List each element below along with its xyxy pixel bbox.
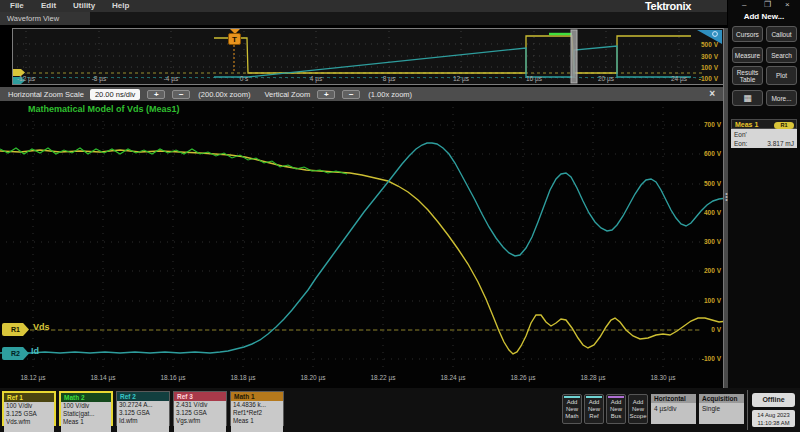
mv-xlabel: 18.26 µs	[501, 374, 545, 381]
badge-line: Meas 1	[233, 417, 283, 425]
badge-line: Static|gat...	[63, 410, 111, 418]
restore-icon[interactable]: ❐	[764, 0, 771, 9]
add-new-ref-button[interactable]: Add New Ref	[584, 394, 604, 424]
h-zoom-plus-button[interactable]: +	[147, 90, 165, 99]
time-text: 11:10:38 AM	[752, 419, 795, 427]
ov-ylabel: -100 V	[688, 75, 718, 82]
horizontal-scale-value: 4 µs/div	[651, 403, 696, 412]
badge-ref1[interactable]: Ref 1 100 V/div 3.125 GSA Vds.wfm	[2, 391, 56, 426]
badge-line: 3.125 GSA	[6, 410, 54, 418]
mv-xlabel: 18.30 µs	[641, 374, 685, 381]
menu-file[interactable]: File	[10, 1, 24, 10]
mv-ylabel: 100 V	[691, 297, 721, 304]
date-text: 14 Aug 2023	[752, 411, 795, 419]
h-zoom-scale-input[interactable]: 20.00 ns/div	[90, 89, 140, 100]
offline-button[interactable]: Offline	[752, 393, 795, 407]
main-waveform-canvas	[0, 101, 727, 388]
zoom-grid-icon[interactable]: ▦	[732, 90, 763, 106]
badge-ref3[interactable]: Ref 3 2.431 V/div 3.125 GSA Vgs.wfm	[173, 391, 227, 426]
mv-ylabel: 200 V	[691, 267, 721, 274]
oscilloscope-app: File Edit Utility Help Tektronix Wavefor…	[0, 0, 800, 432]
datetime-display: 14 Aug 2023 11:10:38 AM	[752, 410, 795, 427]
badge-line: 30.2724 A...	[119, 401, 169, 409]
ov-ylabel: 100 V	[688, 64, 718, 71]
badge-line: 14.4836 k...	[233, 401, 283, 409]
cursors-button[interactable]: Cursors	[732, 26, 763, 42]
accent-strip	[564, 396, 580, 398]
menu-bar: File Edit Utility Help Tektronix	[0, 0, 727, 12]
meas1-badge-header[interactable]: Meas 1 R1	[731, 119, 797, 129]
trigger-flag-icon[interactable]: T	[228, 33, 241, 45]
h-zoom-scale-label: Horizontal Zoom Scale	[8, 90, 84, 99]
results-table-button[interactable]: Results Table	[732, 66, 763, 85]
main-waveform-view[interactable]: Mathematical Model of Vds (Meas1) 700 V …	[0, 101, 727, 388]
h-zoom-minus-button[interactable]: −	[172, 90, 190, 99]
zoom-window-handle[interactable]	[571, 30, 577, 83]
tab-bar: Waveform View	[0, 12, 727, 25]
horizontal-panel[interactable]: Horizontal 4 µs/div	[651, 394, 696, 424]
meas1-row2: 3.817 mJ Eon:	[734, 139, 794, 148]
plot-button[interactable]: Plot	[766, 66, 797, 85]
more-button[interactable]: More...	[766, 90, 797, 106]
ov-tick: -4 µs	[151, 75, 191, 82]
add-new-scope-button[interactable]: Add New Scope	[628, 394, 648, 424]
meas1-value: 3.817 mJ	[767, 139, 794, 148]
tektronix-logo: Tektronix	[645, 0, 725, 12]
right-sidebar: – ❐ × Add New... Cursors Callout Measure…	[728, 0, 800, 388]
tab-waveform-view[interactable]: Waveform View	[0, 12, 90, 25]
bottom-bar: Ref 1 100 V/div 3.125 GSA Vds.wfm Math 2…	[0, 388, 800, 432]
menu-utility[interactable]: Utility	[73, 1, 95, 10]
mv-xlabel: 18.16 µs	[151, 374, 195, 381]
ov-ylabel: 500 V	[688, 41, 718, 48]
ov-tick: -12 µs	[6, 75, 46, 82]
meas1-results: Eon' 3.817 mJ Eon:	[731, 129, 797, 148]
mv-ylabel: 700 V	[691, 121, 721, 128]
v-zoom-minus-button[interactable]: −	[342, 90, 360, 99]
badge-math1[interactable]: Math 1 14.4836 k... Ref1*Ref2 Meas 1	[230, 391, 284, 426]
meas1-title: Meas 1	[735, 121, 758, 128]
mv-xlabel: 18.24 µs	[431, 374, 475, 381]
v-zoom-plus-button[interactable]: +	[317, 90, 335, 99]
mv-ylabel: 300 V	[691, 238, 721, 245]
ov-ylabel: 300 V	[688, 53, 718, 60]
meas1-row2-label: Eon:	[734, 140, 747, 147]
mv-ylabel: 0 V	[691, 326, 721, 333]
badge-line: Vds.wfm	[6, 418, 54, 426]
add-new-header: Add New...	[728, 12, 800, 21]
badge-line: 3.125 GSA	[119, 409, 169, 417]
mv-xlabel: 18.14 µs	[81, 374, 125, 381]
close-zoom-icon[interactable]: ×	[709, 88, 715, 99]
add-new-bus-button[interactable]: Add New Bus	[606, 394, 626, 424]
badge-math2[interactable]: Math 2 100 V/div Static|gat... Meas 1	[59, 391, 113, 426]
menu-edit[interactable]: Edit	[41, 1, 56, 10]
callout-button[interactable]: Callout	[766, 26, 797, 42]
badge-line: Meas 1	[63, 418, 111, 426]
zoom-controls-bar: Horizontal Zoom Scale 20.00 ns/div + − (…	[0, 87, 727, 101]
id-label: Id	[31, 346, 39, 356]
ov-tick: 4 µs	[296, 75, 336, 82]
search-button[interactable]: Search	[766, 47, 797, 63]
ov-tick: 20 µs	[586, 75, 626, 82]
measure-button[interactable]: Measure	[732, 47, 763, 63]
close-icon[interactable]: ×	[785, 0, 790, 9]
accent-strip	[586, 396, 602, 398]
mv-ylabel: 500 V	[691, 180, 721, 187]
ov-tick: -8 µs	[79, 75, 119, 82]
ov-tick: 16 µs	[514, 75, 554, 82]
v-zoom-label: Vertical Zoom	[264, 90, 310, 99]
mv-xlabel: 18.12 µs	[11, 374, 55, 381]
badge-line: Vgs.wfm	[176, 417, 226, 425]
meas1-source-pill[interactable]: R1	[774, 122, 794, 129]
badge-line: 3.125 GSA	[176, 409, 226, 417]
add-new-math-button[interactable]: Add New Math	[562, 394, 582, 424]
v-zoom-factor: (1.00x zoom)	[368, 90, 412, 99]
minimize-icon[interactable]: –	[742, 0, 746, 9]
acquisition-panel[interactable]: Acquisition Single	[699, 394, 744, 424]
math-model-title: Mathematical Model of Vds (Meas1)	[28, 104, 180, 114]
overview-panel[interactable]: T -12 µs -8 µs -4 µs 0 s 4 µs 8 µs 12 µs…	[12, 28, 724, 85]
ov-tick: 8 µs	[369, 75, 409, 82]
badge-line: 2.431 V/div	[176, 401, 226, 409]
badge-ref2[interactable]: Ref 2 30.2724 A... 3.125 GSA Id.wfm	[116, 391, 170, 426]
menu-help[interactable]: Help	[112, 1, 129, 10]
mv-xlabel: 18.18 µs	[221, 374, 265, 381]
